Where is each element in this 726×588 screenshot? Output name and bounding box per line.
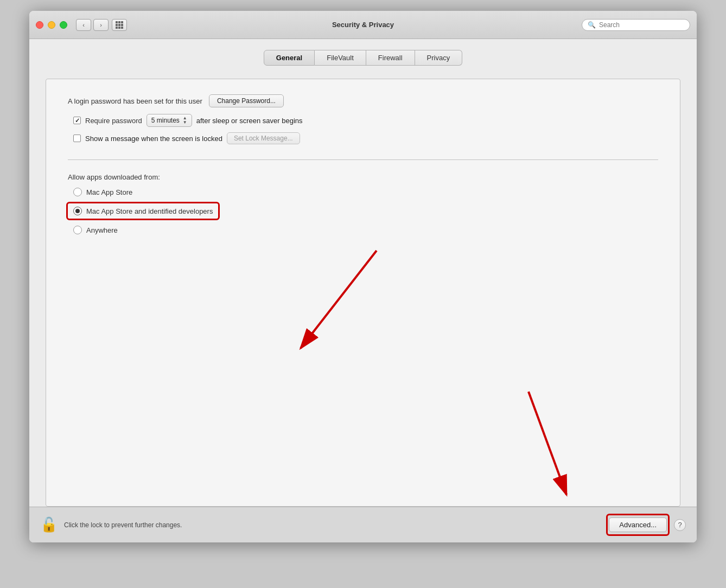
- search-icon: 🔍: [588, 21, 596, 29]
- radio-anywhere[interactable]: [73, 226, 82, 234]
- radio-row-anywhere: Anywhere: [73, 226, 658, 234]
- traffic-lights: [36, 21, 67, 29]
- tabs: General FileVault Firewall Privacy: [46, 50, 680, 66]
- require-password-suffix: after sleep or screen saver begins: [196, 117, 303, 125]
- bottom-right-actions: Advanced... ?: [606, 514, 686, 536]
- require-password-row: ✓ Require password 5 minutes ▲ ▼ after s…: [73, 114, 658, 127]
- forward-button[interactable]: ›: [93, 19, 109, 31]
- settings-panel: A login password has been set for this u…: [46, 79, 680, 507]
- radio-label-anywhere: Anywhere: [86, 226, 118, 234]
- app-grid-button[interactable]: [112, 19, 127, 31]
- change-password-button[interactable]: Change Password...: [209, 94, 284, 107]
- divider: [68, 159, 658, 160]
- password-section: A login password has been set for this u…: [68, 94, 658, 144]
- highlighted-option-box: Mac App Store and identified developers: [66, 202, 220, 220]
- download-source-options: Mac App Store Mac App Store and identifi…: [73, 188, 658, 234]
- grid-icon: [116, 21, 123, 29]
- main-content: General FileVault Firewall Privacy A log…: [29, 39, 697, 507]
- set-lock-message-button[interactable]: Set Lock Message...: [227, 132, 300, 144]
- password-info-text: A login password has been set for this u…: [68, 97, 202, 105]
- tab-firewall[interactable]: Firewall: [366, 50, 415, 66]
- search-input[interactable]: [599, 21, 680, 29]
- window-title: Security & Privacy: [332, 21, 394, 29]
- show-message-label: Show a message when the screen is locked: [85, 135, 222, 143]
- apps-section: Allow apps downloaded from: Mac App Stor…: [68, 173, 658, 234]
- radio-label-mac-app-store: Mac App Store: [86, 188, 132, 196]
- nav-buttons: ‹ ›: [76, 19, 109, 31]
- advanced-button-highlight-box: Advanced...: [606, 514, 670, 536]
- lock-text: Click the lock to prevent further change…: [64, 521, 182, 529]
- lock-message-row: Show a message when the screen is locked…: [73, 132, 658, 144]
- lock-icon[interactable]: 🔓: [40, 516, 58, 533]
- require-password-checkbox[interactable]: ✓: [73, 117, 81, 124]
- radio-row-mac-identified: Mac App Store and identified developers: [73, 202, 658, 220]
- minimize-button[interactable]: [48, 21, 55, 29]
- tab-privacy[interactable]: Privacy: [415, 50, 463, 66]
- advanced-button[interactable]: Advanced...: [609, 517, 667, 532]
- radio-label-mac-identified: Mac App Store and identified developers: [86, 207, 213, 215]
- search-box[interactable]: 🔍: [582, 19, 690, 31]
- help-button[interactable]: ?: [674, 519, 686, 531]
- password-time-value: 5 minutes: [151, 117, 180, 124]
- lock-area: 🔓 Click the lock to prevent further chan…: [40, 516, 182, 533]
- show-message-checkbox[interactable]: [73, 135, 81, 142]
- maximize-button[interactable]: [60, 21, 67, 29]
- apps-section-title: Allow apps downloaded from:: [68, 173, 658, 181]
- require-password-label: Require password: [85, 117, 142, 125]
- password-time-dropdown[interactable]: 5 minutes ▲ ▼: [147, 114, 192, 127]
- radio-row-mac-app-store: Mac App Store: [73, 188, 658, 196]
- password-info-row: A login password has been set for this u…: [68, 94, 658, 107]
- tab-general[interactable]: General: [264, 50, 315, 66]
- radio-selected-dot: [75, 209, 80, 213]
- bottom-bar: 🔓 Click the lock to prevent further chan…: [29, 507, 697, 542]
- titlebar: ‹ › Security & Privacy 🔍: [29, 11, 697, 39]
- close-button[interactable]: [36, 21, 43, 29]
- tab-filevault[interactable]: FileVault: [315, 50, 366, 66]
- radio-mac-identified[interactable]: [73, 207, 82, 215]
- back-button[interactable]: ‹: [76, 19, 91, 31]
- radio-mac-app-store[interactable]: [73, 188, 82, 196]
- stepper-arrows: ▲ ▼: [183, 116, 187, 125]
